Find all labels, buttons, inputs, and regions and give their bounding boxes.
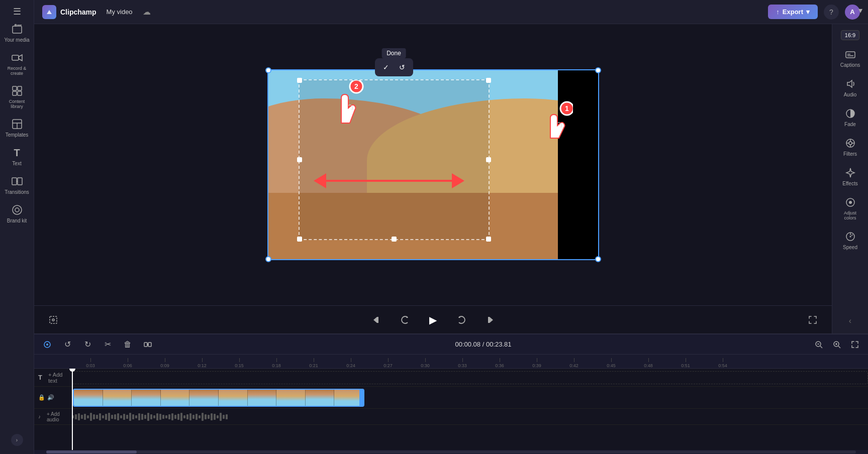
thumb-7 — [248, 390, 277, 406]
frame-handle-br[interactable] — [595, 256, 601, 262]
delete-button[interactable]: 🗑 — [121, 337, 135, 352]
timeline-toolbar: ↺ ↻ ✂ 🗑 00:00.08 / 00:23.81 — [34, 334, 868, 355]
frame-handle-bl[interactable] — [265, 256, 271, 262]
svg-point-33 — [849, 142, 852, 145]
audio-waveform — [72, 409, 868, 424]
crop-handle-bl[interactable] — [297, 237, 302, 242]
svg-rect-22 — [50, 316, 57, 323]
video-clip[interactable] — [73, 389, 364, 407]
right-panel-captions[interactable]: Captions — [834, 44, 866, 72]
speed-icon — [844, 231, 856, 243]
timeline-tracks: T + Add text 🔒 🔊 — [34, 369, 868, 450]
sidebar-label-your-media: Your media — [4, 37, 29, 43]
right-panel-adjust-colors[interactable]: Adjustcolors — [834, 192, 866, 224]
timeline: ↺ ↻ ✂ 🗑 00:00.08 / 00:23.81 — [34, 333, 868, 454]
right-panel-speed[interactable]: Speed — [834, 226, 866, 254]
cut-button[interactable]: ✂ — [101, 337, 115, 352]
sidebar-item-transitions[interactable]: Transitions — [2, 171, 32, 199]
right-panel-filters[interactable]: Filters — [834, 133, 866, 161]
text-icon: T — [11, 147, 23, 159]
timeline-chevron[interactable]: ▾ — [853, 3, 867, 17]
aspect-ratio-display[interactable]: 16:9 — [841, 30, 859, 40]
sidebar-item-brand-kit[interactable]: Brand kit — [2, 200, 32, 228]
topbar-right: ↑ Export ▾ ? A — [768, 5, 860, 20]
skip-forward-button[interactable] — [480, 311, 499, 329]
play-button[interactable]: ▶ — [424, 311, 442, 329]
app-title: Clipchamp — [60, 8, 97, 16]
crop-selection[interactable]: Done ✓ ↺ — [299, 79, 490, 240]
sidebar-item-text[interactable]: T Text — [2, 143, 32, 170]
crop-handle-br[interactable] — [486, 237, 491, 242]
video-frame[interactable]: Done ✓ ↺ — [267, 69, 599, 260]
audio-track: ♪ + Add audio — [34, 409, 868, 425]
video-title[interactable]: My video — [103, 6, 137, 18]
preview-area: Done ✓ ↺ — [34, 24, 832, 333]
crop-icon-button[interactable] — [44, 311, 62, 329]
filters-label: Filters — [843, 151, 857, 157]
zoom-out-button[interactable] — [812, 337, 826, 352]
rewind-button[interactable] — [396, 311, 414, 329]
svg-rect-12 — [18, 178, 22, 185]
timeline-scrollbar-thumb[interactable] — [46, 450, 137, 453]
sidebar-label-content-library: Contentlibrary — [9, 99, 25, 109]
clip-end-handle[interactable] — [359, 390, 363, 406]
sidebar-item-your-media[interactable]: Your media — [2, 19, 32, 47]
crop-confirm-button[interactable]: ✓ — [379, 60, 393, 74]
sidebar-label-transitions: Transitions — [5, 189, 29, 195]
thumb-1 — [74, 390, 103, 406]
right-panel-effects[interactable]: Effects — [834, 163, 866, 190]
crop-handle-tl[interactable] — [297, 78, 302, 83]
frame-handle-tl[interactable] — [265, 67, 271, 73]
fullscreen-button[interactable] — [804, 311, 822, 329]
undo-button[interactable]: ↺ — [60, 337, 74, 352]
sidebar-item-templates[interactable]: Templates — [2, 114, 32, 142]
timeline-scrollbar-track[interactable] — [46, 450, 856, 453]
ruler-mark-11: 0:36 — [481, 358, 518, 368]
add-text-button[interactable]: + Add text — [44, 370, 68, 386]
effects-icon — [844, 167, 856, 179]
crop-handle-bm[interactable] — [392, 237, 397, 242]
playhead[interactable] — [72, 369, 73, 450]
forward-button[interactable] — [452, 311, 470, 329]
crop-handle-mr[interactable] — [486, 157, 491, 162]
redo-button[interactable]: ↻ — [80, 337, 94, 352]
text-track-area[interactable] — [72, 371, 868, 384]
help-button[interactable]: ? — [824, 5, 839, 20]
svg-rect-11 — [12, 178, 17, 185]
skip-back-button[interactable] — [368, 311, 386, 329]
clip-thumbnails — [74, 390, 363, 406]
zoom-fit-button[interactable] — [848, 337, 862, 352]
sidebar-collapse-btn[interactable]: › — [11, 434, 23, 446]
video-track-label: 🔒 🔊 — [34, 394, 72, 401]
sidebar-item-record[interactable]: Record &create — [2, 48, 32, 80]
captions-icon — [844, 48, 856, 60]
snap-button[interactable] — [40, 337, 54, 352]
svg-point-1 — [15, 25, 16, 26]
crop-handle-tr[interactable] — [486, 78, 491, 83]
export-button[interactable]: ↑ Export ▾ — [768, 5, 818, 19]
cloud-icon: ☁ — [143, 7, 151, 17]
app-logo: Clipchamp — [42, 5, 97, 19]
sidebar-item-content-library[interactable]: Contentlibrary — [2, 81, 32, 113]
brand-kit-icon — [11, 204, 23, 216]
svg-rect-28 — [846, 52, 855, 58]
record-icon — [11, 52, 23, 64]
speed-label: Speed — [843, 245, 857, 250]
right-panel-fade[interactable]: Fade — [834, 103, 866, 131]
svg-point-23 — [52, 319, 54, 321]
ruler-mark-9: 0:30 — [407, 358, 444, 368]
crop-undo-button[interactable]: ↺ — [395, 60, 409, 74]
right-panel-audio[interactable]: Audio — [834, 74, 866, 101]
split-audio-button[interactable] — [141, 337, 155, 352]
crop-handle-ml[interactable] — [297, 157, 302, 162]
svg-line-55 — [838, 346, 840, 348]
frame-handle-tr[interactable] — [595, 67, 601, 73]
zoom-in-button[interactable] — [830, 337, 844, 352]
timeline-scrollbar-container — [34, 450, 868, 454]
audio-icon — [844, 78, 856, 90]
topbar: Clipchamp My video ☁ ↑ Export ▾ ? A — [34, 0, 868, 24]
right-panel-collapse[interactable]: ‹ — [849, 316, 851, 325]
ruler-mark-6: 0:21 — [295, 358, 332, 368]
add-audio-button[interactable]: + Add audio — [43, 409, 68, 424]
hamburger-menu[interactable]: ☰ — [11, 4, 23, 19]
